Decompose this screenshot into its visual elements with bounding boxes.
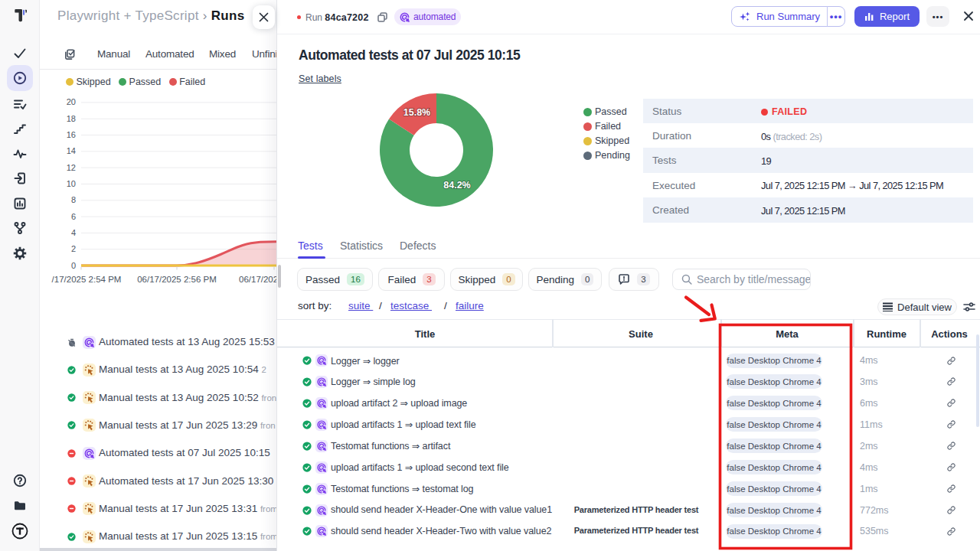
svg-text:8: 8 — [71, 195, 76, 204]
svg-text:2: 2 — [71, 244, 76, 253]
svg-text:0: 0 — [71, 261, 76, 270]
svg-text:6: 6 — [71, 212, 76, 221]
svg-text:15.8%: 15.8% — [403, 107, 430, 118]
svg-text:4: 4 — [71, 228, 76, 237]
svg-text:16: 16 — [67, 130, 76, 139]
svg-text:14: 14 — [67, 146, 76, 155]
svg-text:18: 18 — [67, 114, 76, 123]
svg-text:12: 12 — [67, 163, 76, 172]
svg-text:06/17/2025 2:56 PM: 06/17/2025 2:56 PM — [137, 275, 217, 284]
svg-text:/17/2025 2:54 PM: /17/2025 2:54 PM — [52, 275, 122, 284]
svg-text:84.2%: 84.2% — [443, 180, 470, 191]
svg-text:10: 10 — [67, 179, 76, 188]
svg-text:20: 20 — [67, 97, 76, 106]
svg-text:06/17/2025 2:5: 06/17/2025 2:5 — [239, 275, 276, 284]
